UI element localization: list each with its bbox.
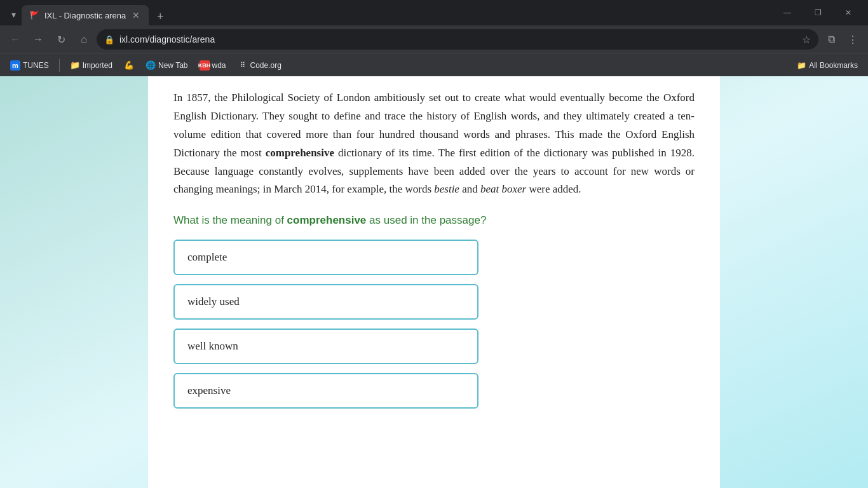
codeorg-icon: ⠿: [238, 60, 248, 71]
answer-option-widely-used[interactable]: widely used: [173, 284, 478, 320]
bookmark-imported-label: Imported: [83, 61, 112, 70]
tab-favicon: 🚩: [29, 10, 39, 20]
tab-title: IXL - Diagnostic arena: [44, 11, 126, 20]
bookmark-tunes-label: TUNES: [23, 61, 49, 70]
answer-option-widely-used-text: widely used: [187, 295, 240, 308]
passage-text: In 1857, the Philological Society of Lon…: [173, 89, 695, 199]
tunes-icon: m: [10, 60, 20, 71]
browser-chrome: ▾ 🚩 IXL - Diagnostic arena ✕ + — ❐ ✕ ← →…: [0, 0, 868, 488]
page-area: In 1857, the Philological Society of Lon…: [0, 76, 868, 488]
menu-button[interactable]: ⋮: [843, 29, 863, 50]
passage-text-end: were added.: [526, 183, 581, 195]
lock-icon: 🔒: [104, 35, 114, 44]
nav-extra-buttons: ⧉ ⋮: [821, 29, 863, 50]
page-content: In 1857, the Philological Society of Lon…: [148, 76, 720, 488]
minimize-button[interactable]: —: [773, 3, 802, 23]
all-bookmarks-label: All Bookmarks: [809, 61, 858, 70]
question-text: What is the meaning of comprehensive as …: [173, 214, 695, 227]
new-tab-button[interactable]: +: [151, 8, 169, 25]
passage-text-between: and: [459, 183, 480, 195]
passage-italic-word2: beat boxer: [480, 183, 526, 195]
tab-controls: ▾: [5, 6, 22, 25]
tab-close-button[interactable]: ✕: [131, 10, 141, 20]
question-bold-word: comprehensive: [287, 214, 367, 226]
answer-option-complete-text: complete: [187, 251, 227, 263]
answer-option-complete[interactable]: complete: [173, 240, 478, 275]
tab-list-dropdown[interactable]: ▾: [5, 6, 22, 23]
bookmark-star-icon[interactable]: ☆: [802, 34, 811, 46]
answer-option-well-known[interactable]: well known: [173, 329, 478, 364]
tab-bar: ▾ 🚩 IXL - Diagnostic arena ✕ + — ❐ ✕: [0, 0, 868, 25]
bookmarks-bar: m TUNES 📁 Imported 💪 🌐 New Tab KBH wda ⠿…: [0, 53, 868, 76]
home-button[interactable]: ⌂: [74, 29, 94, 50]
imported-folder-icon: 📁: [70, 60, 80, 71]
bookmark-wda-label: wda: [212, 61, 226, 70]
flex-icon: 💪: [124, 60, 134, 71]
close-window-button[interactable]: ✕: [834, 3, 863, 23]
answer-option-expensive-text: expensive: [187, 384, 231, 396]
bookmark-codeorg-label: Code.org: [250, 61, 281, 70]
bookmark-divider-1: [59, 59, 60, 72]
all-bookmarks-folder-icon: 📁: [797, 61, 806, 70]
globe-icon: 🌐: [146, 60, 156, 71]
question-prefix: What is the meaning of: [173, 214, 287, 226]
tab-list: 🚩 IXL - Diagnostic arena ✕ +: [22, 5, 773, 25]
bookmark-codeorg[interactable]: ⠿ Code.org: [233, 58, 287, 73]
passage-bold-word: comprehensive: [266, 147, 334, 159]
answer-option-expensive[interactable]: expensive: [173, 373, 478, 409]
answer-choices: complete widely used well known expensiv…: [173, 240, 695, 409]
passage-italic-word1: bestie: [434, 183, 459, 195]
forward-button[interactable]: →: [28, 29, 48, 50]
kbh-icon: KBH: [200, 60, 210, 71]
reload-button[interactable]: ↻: [51, 29, 71, 50]
navigation-bar: ← → ↻ ⌂ 🔒 ixl.com/diagnostic/arena ☆ ⧉ ⋮: [0, 25, 868, 53]
bookmark-newtab[interactable]: 🌐 New Tab: [140, 58, 193, 73]
all-bookmarks-button[interactable]: 📁 All Bookmarks: [792, 58, 863, 72]
bookmark-imported[interactable]: 📁 Imported: [65, 58, 118, 73]
bookmark-wda[interactable]: KBH wda: [194, 58, 231, 73]
maximize-button[interactable]: ❐: [803, 3, 832, 23]
answer-option-well-known-text: well known: [187, 340, 238, 352]
extensions-button[interactable]: ⧉: [821, 29, 841, 50]
bookmark-tunes[interactable]: m TUNES: [5, 58, 54, 73]
window-controls: — ❐ ✕: [773, 3, 863, 25]
bookmark-newtab-label: New Tab: [158, 61, 187, 70]
active-tab[interactable]: 🚩 IXL - Diagnostic arena ✕: [22, 5, 149, 25]
bookmark-flex[interactable]: 💪: [119, 58, 139, 73]
back-button[interactable]: ←: [5, 29, 25, 50]
question-suffix: as used in the passage?: [366, 214, 486, 226]
address-bar[interactable]: 🔒 ixl.com/diagnostic/arena ☆: [97, 29, 818, 50]
url-text: ixl.com/diagnostic/arena: [119, 34, 797, 44]
